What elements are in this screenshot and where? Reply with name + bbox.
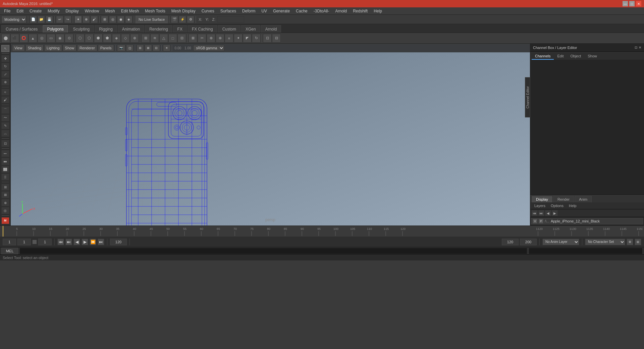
shelf-subdivide[interactable]: ⊞ (141, 34, 150, 43)
vp-smooth-btn[interactable]: ⊠ (145, 45, 152, 51)
save-btn[interactable]: 💾 (46, 16, 53, 23)
dra-tab-display[interactable]: Display (532, 196, 552, 202)
layer-visibility[interactable]: V (533, 219, 537, 223)
render-btn[interactable]: 🎬 (171, 16, 178, 23)
shelf-uv-unfold[interactable]: ⊡ (263, 34, 272, 43)
shelf-slide-edge[interactable]: ≡ (225, 34, 233, 43)
shelf-plane[interactable]: ▭ (47, 34, 55, 43)
paint-effects-btn[interactable]: ⊠ (1, 191, 9, 198)
menu-deform[interactable]: Deform (239, 8, 258, 14)
menu-edit-mesh[interactable]: Edit Mesh (118, 8, 142, 14)
menu-surfaces[interactable]: Surfaces (218, 8, 239, 14)
workspace-dropdown[interactable]: Modeling (1, 16, 26, 23)
scale-tool-btn[interactable]: ⤢ (1, 71, 9, 78)
anim-layer-dropdown[interactable]: No Anim Layer (542, 239, 579, 245)
isolate-btn[interactable]: ◎ (1, 207, 9, 214)
tab-rigging[interactable]: Rigging (95, 25, 117, 33)
gamma-profile[interactable]: sRGB gamma (193, 45, 224, 51)
shelf-separate[interactable]: ◇ (121, 34, 130, 43)
shelf-bridge[interactable]: ⬢ (94, 34, 103, 43)
vp-shading-menu[interactable]: Shading (25, 45, 44, 51)
layer-play-backward[interactable]: ◀ (545, 210, 551, 216)
close-button[interactable]: ✕ (636, 1, 641, 6)
shelf-insert-loop[interactable]: ⊠ (189, 34, 197, 43)
vp-panels-menu[interactable]: Panels (98, 45, 114, 51)
menu-cache[interactable]: Cache (293, 8, 310, 14)
viewport[interactable]: View Shading Lighting Show Renderer Pane… (11, 44, 530, 226)
vp-wireframe-btn[interactable]: ⊞ (137, 45, 144, 51)
end-frame-input[interactable] (110, 239, 127, 245)
render-settings-btn[interactable]: ⚙ (187, 16, 194, 23)
uv-editor-btn[interactable]: ⊞ (1, 184, 9, 191)
menu-curves[interactable]: Curves (199, 8, 217, 14)
shelf-smooth[interactable]: ≋ (150, 34, 159, 43)
maximize-button[interactable]: □ (629, 1, 635, 6)
vp-fit-all[interactable]: ⊡ (126, 45, 133, 51)
shelf-merge-vert[interactable]: ⊗ (216, 34, 224, 43)
layer-playback[interactable]: P (539, 219, 543, 223)
shelf-torus[interactable]: ◎ (38, 34, 46, 43)
move-tool-btn[interactable]: ✥ (1, 55, 9, 62)
menu-mesh-display[interactable]: Mesh Display (169, 8, 198, 14)
panel-undock-btn[interactable]: ⊡ (635, 46, 637, 49)
menu-arnold[interactable]: Arnold (332, 8, 350, 14)
tab-fx-caching[interactable]: FX Caching (187, 25, 217, 33)
timeline-ruler[interactable]: 5 10 15 20 25 30 35 40 45 50 55 60 65 (0, 226, 530, 237)
shelf-target-weld[interactable]: ⊕ (207, 34, 215, 43)
anim-settings-btn1[interactable]: ⚙ (627, 239, 633, 245)
rp-tab-show[interactable]: Show (584, 53, 600, 60)
three-pt-arc-btn[interactable]: ⌓ (1, 130, 9, 137)
vp-renderer-menu[interactable]: Renderer (77, 45, 97, 51)
panel-close-btn[interactable]: ✕ (639, 46, 641, 49)
window-controls[interactable]: — □ ✕ (623, 1, 641, 6)
tab-arnold[interactable]: Arnold (261, 25, 281, 33)
shelf-uv-layout[interactable]: ⊟ (272, 34, 281, 43)
menu-redshift[interactable]: Redshift (350, 8, 370, 14)
tab-animation[interactable]: Animation (118, 25, 144, 33)
vp-light-btn[interactable]: ☀ (163, 45, 170, 51)
anim-settings-btn2[interactable]: ⊞ (635, 239, 641, 245)
tab-curves-surfaces[interactable]: Curves / Surfaces (1, 25, 42, 33)
layer-play-forward[interactable]: ▶ (552, 210, 558, 216)
layer-play-prev[interactable]: ⏭ (538, 210, 544, 216)
shelf-boolean[interactable]: ⊕ (130, 34, 139, 43)
shelf-bevel[interactable]: ⬠ (85, 34, 94, 43)
tab-xgen[interactable]: XGen (241, 25, 260, 33)
menu-modify[interactable]: Modify (45, 8, 62, 14)
rotate-tool-btn[interactable]: ↻ (1, 63, 9, 70)
help-menu[interactable]: Help (566, 203, 579, 208)
pencil-btn[interactable]: ✎ (1, 122, 9, 129)
rp-tab-channels[interactable]: Channels (532, 53, 554, 60)
snap-point-btn[interactable]: ◉ (117, 16, 124, 23)
snap-curve-btn[interactable]: ◎ (109, 16, 116, 23)
options-menu[interactable]: Options (548, 203, 566, 208)
range-start-input[interactable] (502, 239, 519, 245)
new-scene-btn[interactable]: 📄 (30, 16, 37, 23)
layers-menu[interactable]: Layers (532, 203, 548, 208)
shelf-pipe[interactable]: ⊙ (65, 34, 73, 43)
open-btn[interactable]: 📁 (38, 16, 45, 23)
vp-camera-selector[interactable]: 📷 (117, 45, 125, 51)
shelf-cut[interactable]: ✂ (198, 34, 206, 43)
range-end-input[interactable] (520, 239, 537, 245)
play-back-btn[interactable]: ◀ (73, 239, 80, 245)
minimize-button[interactable]: — (623, 1, 628, 6)
menu-mesh-tools[interactable]: Mesh Tools (142, 8, 168, 14)
tab-polygons[interactable]: Polygons (43, 25, 68, 33)
display-quality3[interactable]: ██ (1, 166, 9, 173)
play-forward-btn[interactable]: ▶ (82, 239, 88, 245)
shelf-disk[interactable]: ◉ (56, 34, 64, 43)
menu-file[interactable]: File (1, 8, 13, 14)
ipr-btn[interactable]: ⚡ (179, 16, 186, 23)
redo-btn[interactable]: ↪ (64, 16, 71, 23)
step-forward-btn[interactable]: ⏩ (90, 239, 96, 245)
dra-tab-render[interactable]: Render (553, 196, 574, 202)
tab-rendering[interactable]: Rendering (145, 25, 172, 33)
cv-curve-btn[interactable]: ⌒ (1, 106, 9, 113)
menu-edit[interactable]: Edit (14, 8, 26, 14)
snap-surface-btn[interactable]: ◈ (125, 16, 132, 23)
tab-sculpting[interactable]: Sculpting (69, 25, 94, 33)
tick-input[interactable] (38, 239, 52, 245)
go-to-end-btn[interactable]: ⏭ (98, 239, 104, 245)
go-to-start-btn[interactable]: ⏮ (57, 239, 64, 245)
